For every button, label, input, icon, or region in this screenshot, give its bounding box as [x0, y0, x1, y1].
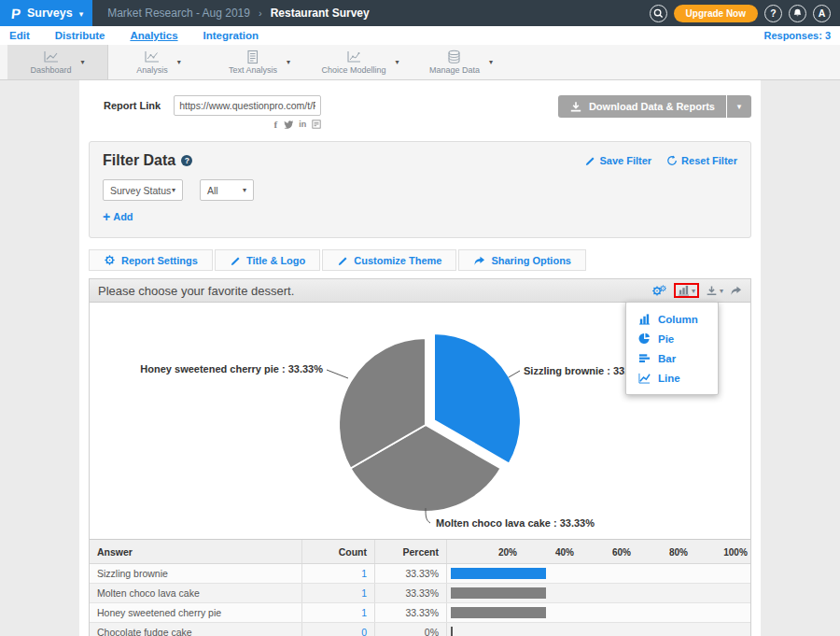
- menu-item-distribute[interactable]: Distribute: [55, 30, 105, 41]
- row-count[interactable]: 1: [302, 603, 375, 622]
- chart-share-button[interactable]: [730, 285, 742, 296]
- row-percent: 33.33%: [375, 603, 447, 622]
- plus-icon: +: [103, 209, 110, 224]
- row-bar: [451, 627, 453, 636]
- tab-sharing-options[interactable]: Sharing Options: [458, 249, 586, 271]
- axis-tick: 80%: [669, 546, 688, 557]
- save-filter-link[interactable]: Save Filter: [584, 155, 651, 166]
- database-icon: [445, 49, 463, 64]
- reset-filter-label: Reset Filter: [681, 155, 737, 166]
- column-chart-icon: [638, 313, 651, 325]
- chart-type-option-column[interactable]: Column: [626, 309, 718, 329]
- filter-help-icon[interactable]: ?: [181, 155, 192, 166]
- pie-label-honey-sweetened-cherry-pie: Honey sweetened cherry pie : 33.33%: [140, 363, 323, 375]
- chart-type-option-pie[interactable]: Pie: [626, 329, 718, 348]
- add-filter-link[interactable]: + Add: [103, 209, 133, 224]
- menu-item-integration[interactable]: Integration: [203, 30, 259, 41]
- tool-tab-dashboard[interactable]: Dashboard ▾: [7, 45, 108, 79]
- table-row[interactable]: Honey sweetened cherry pie 1 33.33%: [90, 603, 750, 623]
- pencil-icon: [230, 255, 241, 266]
- row-bar: [451, 587, 546, 599]
- avatar-letter: A: [819, 7, 826, 19]
- analytics-toolbar: Dashboard ▾ Analysis ▾ Text Analysis ▾: [0, 45, 840, 80]
- breadcrumb-parent[interactable]: Market Research - Aug 2019: [107, 7, 250, 20]
- tab-title-logo[interactable]: Title & Logo: [215, 249, 320, 271]
- tab-customize-theme[interactable]: Customize Theme: [322, 249, 456, 271]
- notifications-button[interactable]: [789, 5, 806, 22]
- download-button-label: Download Data & Reports: [589, 101, 715, 112]
- tool-tab-analysis[interactable]: Analysis ▾: [108, 45, 209, 79]
- chevron-down-icon: ▾: [243, 186, 246, 194]
- filter-field-select[interactable]: Survey Status ▾: [103, 179, 183, 201]
- embed-icon[interactable]: [312, 120, 321, 129]
- bell-icon: [791, 7, 804, 20]
- filter-data-panel: Filter Data ? Save Filter Reset Filter S…: [89, 141, 751, 238]
- breadcrumb-separator-icon: ›: [259, 7, 262, 19]
- chevron-down-icon[interactable]: ▾: [81, 58, 85, 66]
- row-count[interactable]: 1: [302, 564, 375, 583]
- pie-label-molten-choco-lava-cake: Molten choco lava cake : 33.33%: [436, 517, 595, 529]
- linkedin-icon[interactable]: in: [299, 120, 306, 129]
- row-count[interactable]: 0: [302, 623, 375, 636]
- header-axis: 20% 40% 60% 80% 100%: [447, 540, 750, 563]
- tool-tab-choice-modelling[interactable]: Choice Modelling ▾: [310, 45, 411, 79]
- option-label: Bar: [658, 353, 676, 364]
- tool-tab-manage-data[interactable]: Manage Data ▾: [411, 45, 511, 79]
- search-button[interactable]: [650, 5, 667, 22]
- table-header-row: Answer Count Percent 20% 40% 60% 80% 100…: [90, 540, 750, 564]
- reset-filter-link[interactable]: Reset Filter: [666, 155, 737, 166]
- chart-type-option-line[interactable]: Line: [626, 368, 718, 388]
- question-title: Please choose your favorite dessert.: [98, 284, 294, 298]
- chart-header: Please choose your favorite dessert.: [90, 279, 750, 303]
- chevron-down-icon[interactable]: ▾: [489, 58, 493, 66]
- brand-menu[interactable]: P Surveys ▾: [0, 0, 92, 26]
- chevron-down-icon[interactable]: ▾: [396, 58, 399, 66]
- chart-type-option-bar[interactable]: Bar: [626, 348, 718, 368]
- dashboard-chart-icon: [42, 49, 60, 64]
- avatar[interactable]: A: [813, 5, 831, 22]
- tab-report-settings[interactable]: Report Settings: [89, 249, 213, 271]
- chart-type-highlight-box: ▾: [674, 283, 699, 298]
- menu-item-edit[interactable]: Edit: [9, 30, 30, 41]
- twitter-icon[interactable]: [283, 120, 293, 129]
- report-settings-tabs: Report Settings Title & Logo Customize T…: [89, 249, 751, 271]
- table-row[interactable]: Sizzling brownie 1 33.33%: [90, 564, 750, 584]
- pencil-icon: [584, 155, 595, 166]
- help-button[interactable]: ?: [764, 5, 782, 22]
- chevron-down-icon[interactable]: ▾: [287, 58, 290, 66]
- question-chart-panel: Please choose your favorite dessert.: [89, 278, 751, 636]
- chart-type-button[interactable]: ▾: [678, 285, 695, 296]
- option-label: Line: [658, 373, 680, 384]
- option-label: Pie: [658, 333, 674, 345]
- report-link-input[interactable]: [174, 95, 321, 116]
- chart-type-dropdown: Column Pie Bar: [625, 302, 719, 395]
- download-icon: [706, 285, 718, 296]
- chart-download-button[interactable]: ▾: [706, 285, 723, 296]
- facebook-icon[interactable]: f: [273, 120, 277, 130]
- upgrade-now-button[interactable]: Upgrade Now: [674, 5, 758, 22]
- table-row[interactable]: Chocolate fudge cake 0 0%: [90, 623, 750, 636]
- gears-icon: [651, 284, 667, 297]
- menu-item-analytics[interactable]: Analytics: [130, 30, 177, 41]
- tab-label: Sharing Options: [491, 255, 571, 266]
- filter-value-select[interactable]: All ▾: [200, 179, 254, 201]
- row-answer: Molten choco lava cake: [90, 584, 302, 602]
- pencil-icon: [337, 255, 348, 266]
- chevron-down-icon: ▾: [720, 287, 723, 295]
- navbar-actions: Upgrade Now ? A: [650, 5, 840, 22]
- row-count[interactable]: 1: [302, 584, 375, 602]
- tool-tab-text-analysis[interactable]: Text Analysis ▾: [209, 45, 310, 79]
- download-options-caret[interactable]: ▾: [726, 95, 751, 118]
- table-row[interactable]: Molten choco lava cake 1 33.33%: [90, 584, 750, 603]
- chevron-down-icon[interactable]: ▾: [177, 58, 181, 66]
- row-percent: 33.33%: [375, 584, 447, 602]
- report-link-label: Report Link: [104, 95, 161, 130]
- pie-chart-icon: [638, 332, 651, 345]
- main-menu: Edit Distribute Analytics Integration Re…: [0, 26, 840, 45]
- chart-settings-button[interactable]: [651, 284, 667, 297]
- row-percent: 33.33%: [375, 564, 447, 583]
- tool-tab-label: Manage Data: [429, 65, 480, 75]
- search-icon: [651, 7, 665, 21]
- chevron-down-icon: ▾: [79, 9, 84, 19]
- download-data-reports-button[interactable]: Download Data & Reports: [558, 95, 726, 118]
